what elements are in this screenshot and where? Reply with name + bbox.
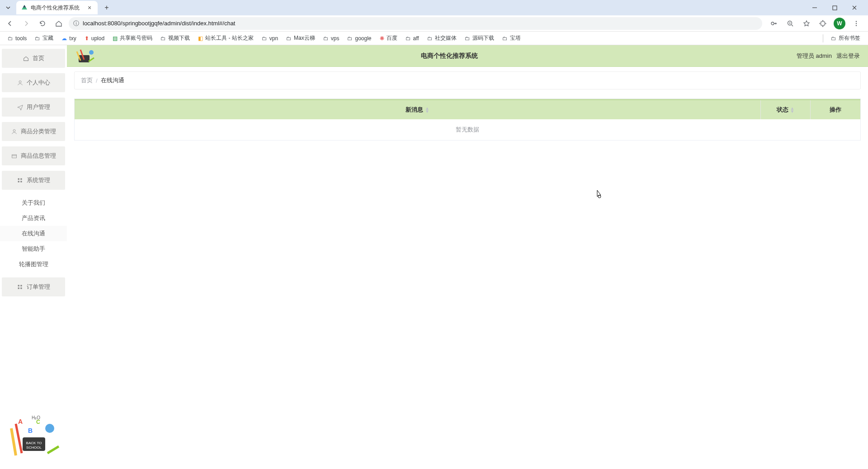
nav-home-icon[interactable] [52, 17, 65, 30]
sort-icon[interactable]: ▲▼ [425, 107, 429, 113]
window-close-icon[interactable] [848, 1, 861, 14]
sidebar-sub-news[interactable]: 产品资讯 [0, 211, 67, 226]
svg-text:BACK TO: BACK TO [26, 441, 42, 445]
app-logo-icon [75, 47, 97, 65]
tool-icon: ◧ [198, 35, 203, 42]
profile-avatar[interactable]: W [834, 18, 845, 29]
sidebar-sub-about[interactable]: 关于我们 [0, 195, 67, 211]
sort-icon[interactable]: ▲▼ [790, 107, 795, 113]
svg-rect-9 [12, 155, 16, 158]
svg-rect-15 [20, 285, 22, 286]
window-maximize-icon[interactable] [828, 1, 841, 14]
home-icon [23, 55, 29, 61]
grid-icon [17, 177, 23, 183]
bookmark-source-dl[interactable]: 🗀源码下载 [462, 33, 497, 43]
svg-point-4 [856, 21, 857, 22]
bookmark-share-pwd[interactable]: ▤共享账号密码 [109, 33, 156, 43]
bookmark-tools[interactable]: 🗀tools [5, 34, 30, 43]
cursor-icon [595, 190, 602, 199]
svg-text:H₂O: H₂O [32, 415, 40, 420]
logout-link[interactable]: 退出登录 [836, 52, 860, 60]
bookmark-baozang[interactable]: 🗀宝藏 [32, 33, 57, 43]
sidebar: 首页 个人中心 用户管理 商品分类管理 商品信息管理 系统管理 关于我们 产品资… [0, 45, 67, 469]
url-field[interactable]: ⓘ localhost:8080/springbootjgqfe/admin/d… [69, 17, 762, 30]
sidebar-item-home[interactable]: 首页 [2, 49, 65, 68]
user-icon [17, 80, 23, 86]
bookmark-maxcloud[interactable]: 🗀Max云梯 [283, 33, 318, 43]
sidebar-item-label: 用户管理 [27, 103, 50, 111]
svg-rect-1 [833, 6, 837, 10]
sidebar-item-category[interactable]: 商品分类管理 [2, 122, 65, 141]
nav-reload-icon[interactable] [36, 17, 49, 30]
tab-close-icon[interactable]: × [86, 4, 93, 11]
sidebar-item-system[interactable]: 系统管理 [2, 171, 65, 190]
window-minimize-icon[interactable] [808, 1, 821, 14]
svg-point-28 [598, 195, 601, 198]
svg-text:A: A [18, 418, 23, 425]
column-header-message[interactable]: 新消息 ▲▼ [75, 100, 761, 119]
extensions-icon[interactable] [817, 18, 828, 29]
folder-icon: 🗀 [831, 35, 836, 42]
user-manage-icon [11, 128, 17, 135]
folder-icon: 🗀 [465, 35, 470, 42]
bookmark-baota[interactable]: 🗀宝塔 [499, 33, 524, 43]
nav-forward-icon[interactable] [20, 17, 33, 30]
send-icon [17, 104, 23, 110]
folder-icon: 🗀 [8, 35, 13, 42]
folder-icon: 🗀 [502, 35, 508, 42]
grid-icon [17, 284, 23, 290]
svg-text:SCHOOL: SCHOOL [26, 446, 42, 450]
bookmark-vps[interactable]: 🗀vps [320, 34, 343, 43]
bookmark-all[interactable]: 🗀所有书签 [828, 33, 863, 43]
zoom-icon[interactable] [785, 18, 796, 29]
browser-tab[interactable]: 电商个性化推荐系统 × [16, 1, 98, 14]
svg-point-21 [45, 424, 54, 433]
url-text: localhost:8080/springbootjgqfe/admin/dis… [83, 20, 758, 27]
sidebar-sub-assistant[interactable]: 智能助手 [0, 241, 67, 257]
bookmark-google[interactable]: 🗀google [344, 34, 374, 43]
breadcrumb-home[interactable]: 首页 [81, 76, 93, 84]
breadcrumb-current: 在线沟通 [101, 76, 124, 84]
new-tab-button[interactable]: + [101, 2, 112, 13]
svg-rect-14 [18, 285, 19, 286]
bookmark-star-icon[interactable] [801, 18, 812, 29]
bookmark-social[interactable]: 🗀社交媒体 [424, 33, 460, 43]
bookmark-baidu[interactable]: ❋百度 [377, 33, 401, 43]
app-title: 电商个性化推荐系统 [102, 52, 797, 60]
svg-rect-11 [20, 178, 22, 179]
breadcrumb-separator: / [96, 77, 98, 84]
password-key-icon[interactable] [769, 18, 779, 29]
bookmark-uplod[interactable]: ⬆uplod [81, 34, 108, 43]
bookmark-vpn[interactable]: 🗀vpn [259, 34, 281, 43]
svg-rect-13 [20, 181, 22, 182]
browser-menu-icon[interactable] [851, 18, 862, 29]
sidebar-item-orders[interactable]: 订单管理 [2, 277, 65, 296]
sidebar-item-users[interactable]: 用户管理 [2, 98, 65, 117]
browser-chrome: 电商个性化推荐系统 × + ⓘ localhost:8080/springboo… [0, 0, 868, 45]
bookmark-zhanzhang[interactable]: ◧站长工具 - 站长之家 [195, 33, 257, 43]
sidebar-item-product[interactable]: 商品信息管理 [2, 146, 65, 165]
sidebar-decoration-icon: BACK TO SCHOOL A B C H₂O [0, 410, 67, 469]
bookmark-video-dl[interactable]: 🗀视频下载 [157, 33, 193, 43]
tab-search-dropdown[interactable] [3, 2, 14, 13]
svg-point-2 [771, 22, 774, 25]
folder-icon: 🗀 [160, 35, 166, 42]
svg-point-8 [13, 129, 15, 131]
bookmark-txy[interactable]: ☁txy [58, 34, 79, 43]
sidebar-sub-chat[interactable]: 在线沟通 [0, 226, 67, 241]
table-header: 新消息 ▲▼ 状态 ▲▼ 操作 [75, 99, 860, 119]
baidu-icon: ❋ [380, 35, 384, 42]
data-table: 新消息 ▲▼ 状态 ▲▼ 操作 暂无数据 [74, 98, 861, 141]
sidebar-item-profile[interactable]: 个人中心 [2, 73, 65, 92]
bookmark-aff[interactable]: 🗀aff [402, 34, 422, 43]
site-info-icon[interactable]: ⓘ [73, 19, 79, 28]
sidebar-item-label: 商品分类管理 [21, 127, 56, 136]
column-header-status[interactable]: 状态 ▲▼ [761, 100, 811, 119]
svg-point-5 [856, 23, 857, 23]
nav-back-icon[interactable] [4, 17, 16, 30]
vue-favicon-icon [21, 4, 28, 11]
folder-icon: 🗀 [262, 35, 267, 42]
sidebar-sub-carousel[interactable]: 轮播图管理 [0, 257, 67, 272]
cloud-icon: ☁ [61, 35, 67, 42]
bookmark-bar: 🗀tools 🗀宝藏 ☁txy ⬆uplod ▤共享账号密码 🗀视频下载 ◧站长… [0, 32, 868, 45]
